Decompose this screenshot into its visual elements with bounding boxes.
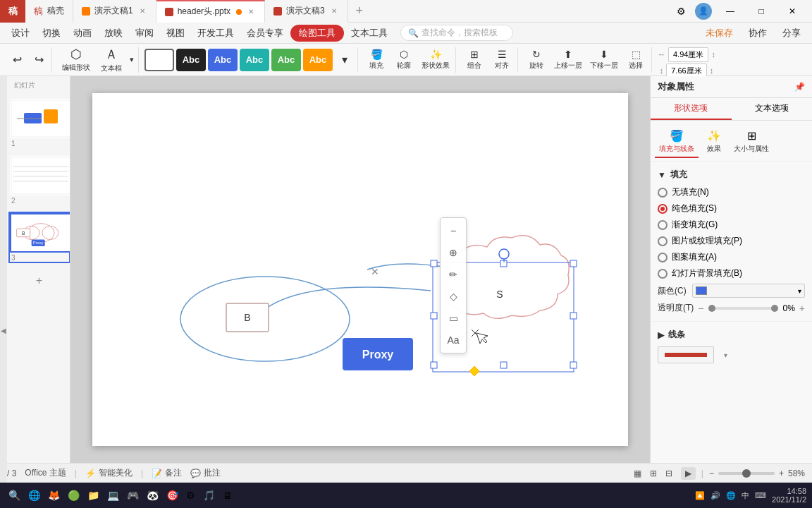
rotate-button[interactable]: ↻ 旋转 — [524, 47, 549, 72]
float-text-button[interactable]: Aa — [443, 330, 463, 350]
line-section-title[interactable]: ▶ 线条 — [658, 329, 805, 341]
fill-option-pattern[interactable]: 图案填充(A) — [658, 251, 805, 263]
notes-button[interactable]: 📝 备注 — [152, 467, 182, 479]
menu-animation[interactable]: 动画 — [68, 24, 97, 42]
fill-option-none[interactable]: 无填充(N) — [658, 186, 805, 198]
menu-developer[interactable]: 开发工具 — [192, 24, 240, 42]
tab-presentation1[interactable]: 演示文稿1 ✕ — [73, 0, 156, 23]
view-table-icon[interactable]: ▦ — [631, 467, 644, 480]
undo-button[interactable]: ↩ — [7, 48, 27, 72]
menu-switch[interactable]: 切换 — [37, 24, 66, 42]
menu-member[interactable]: 会员专享 — [241, 24, 289, 42]
fill-option-solid[interactable]: 纯色填充(S) — [658, 202, 805, 214]
opacity-minus-icon[interactable]: − — [698, 303, 703, 314]
float-minus-button[interactable]: − — [443, 221, 463, 241]
menu-text-tools[interactable]: 文本工具 — [345, 24, 393, 42]
panel-pin-icon[interactable]: 📌 — [794, 82, 805, 92]
menu-collab[interactable]: 协作 — [743, 24, 773, 42]
tab-close-3[interactable]: ✕ — [329, 6, 339, 16]
shape-style-teal[interactable]: Abc — [240, 49, 269, 71]
taskbar-files[interactable]: 📁 — [85, 487, 102, 504]
outline-button[interactable]: ⬡ 轮廓 — [391, 47, 417, 72]
search-bar[interactable]: 🔍 查找命令，搜索模板 — [400, 25, 513, 41]
tray-volume[interactable]: 🔊 — [710, 491, 720, 500]
add-slide-button[interactable]: + — [8, 269, 70, 293]
fill-option-picture[interactable]: 图片或纹理填充(P) — [658, 235, 805, 247]
fill-option-gradient[interactable]: 渐变填充(G) — [658, 219, 805, 231]
shape-style-blue[interactable]: Abc — [208, 49, 238, 71]
tray-keyboard2[interactable]: ⌨ — [755, 491, 766, 500]
fill-option-slide-bg[interactable]: 幻灯片背景填充(B) — [658, 267, 805, 279]
view-list-icon[interactable]: ⊟ — [663, 467, 675, 480]
taskbar-firefox[interactable]: 🦊 — [45, 487, 63, 504]
subtab-size[interactable]: ⊞ 大小与属性 — [730, 126, 773, 158]
color-picker[interactable]: ▾ — [692, 284, 805, 298]
textbox-button[interactable]: Ａ 文本框 — [97, 48, 126, 72]
align-button[interactable]: ☰ 对齐 — [489, 47, 515, 72]
tab-presentation3[interactable]: 演示文稿3 ✕ — [265, 0, 348, 23]
taskbar-panda[interactable]: 🐼 — [144, 487, 161, 504]
width-input[interactable]: 4.94厘米 — [668, 47, 708, 62]
redo-button[interactable]: ↪ — [29, 48, 49, 72]
group-button[interactable]: ⊞ 组合 — [462, 47, 487, 72]
maximize-button[interactable]: □ — [749, 0, 774, 23]
zoom-slider[interactable] — [718, 472, 775, 475]
new-tab-button[interactable]: + — [348, 0, 371, 23]
color-dropdown-icon[interactable]: ▾ — [798, 287, 801, 295]
taskbar-computer[interactable]: 💻 — [104, 487, 122, 504]
canvas-area[interactable]: ✕ B S — [70, 76, 650, 463]
tab-close-1[interactable]: ✕ — [137, 6, 147, 16]
send-backward-button[interactable]: ⬇ 下移一层 — [587, 47, 621, 72]
shape-style-orange[interactable]: Abc — [303, 49, 333, 71]
shape-style-green[interactable]: Abc — [271, 49, 301, 71]
menu-view[interactable]: 视图 — [161, 24, 190, 42]
play-button[interactable]: ▶ — [681, 467, 696, 480]
taskbar-monitor[interactable]: 🖥 — [220, 487, 235, 504]
settings-icon[interactable]: ⚙ — [672, 3, 689, 20]
taskbar-game[interactable]: 🎮 — [124, 487, 142, 504]
menu-design[interactable]: 设计 — [6, 24, 35, 42]
tab-header[interactable]: header头.pptx ✕ — [156, 0, 265, 23]
taskbar-edge[interactable]: 🌐 — [25, 487, 43, 504]
bring-forward-button[interactable]: ⬆ 上移一层 — [551, 47, 585, 72]
menu-playback[interactable]: 放映 — [99, 24, 128, 42]
tab-gaoke[interactable]: 稿 稿壳 — [25, 0, 73, 23]
float-diamond-button[interactable]: ◇ — [443, 286, 463, 306]
fill-section-title[interactable]: ▼ 填充 — [658, 169, 805, 181]
tab-close-2[interactable]: ✕ — [246, 7, 256, 17]
menu-review[interactable]: 审阅 — [130, 24, 159, 42]
editshape-button[interactable]: ⬡ 编辑形状 — [58, 48, 94, 72]
slide-canvas[interactable]: ✕ B S — [92, 93, 628, 446]
taskbar-search[interactable]: 🔍 — [6, 487, 23, 504]
shape-effect-button[interactable]: ✨ 形状效果 — [419, 47, 453, 72]
float-add-button[interactable]: ⊕ — [443, 243, 463, 262]
opacity-slider[interactable] — [708, 307, 779, 310]
minimize-button[interactable]: — — [718, 0, 743, 23]
tray-network[interactable]: 🌐 — [726, 491, 736, 500]
menu-share[interactable]: 分享 — [777, 24, 806, 42]
zoom-minus-button[interactable]: − — [709, 468, 714, 478]
line-color-dropdown-icon[interactable]: ▾ — [724, 351, 727, 359]
slide-thumb-2[interactable]: 2 — [8, 155, 70, 206]
select-button[interactable]: ⬚ 选择 — [623, 47, 648, 72]
subtab-fill-line[interactable]: 🪣 填充与线条 — [655, 126, 699, 158]
close-button[interactable]: ✕ — [780, 0, 805, 23]
menu-unsaved[interactable]: 未保存 — [700, 24, 739, 42]
line-color-picker[interactable] — [658, 346, 714, 363]
slide-thumb-1[interactable]: 1 — [8, 97, 70, 149]
slide-thumb-3[interactable]: B Proxy 3 — [8, 212, 70, 263]
fill-button[interactable]: 🪣 填充 — [364, 47, 389, 72]
taskbar-settings[interactable]: ⚙ — [183, 487, 198, 504]
comments-button[interactable]: 💬 批注 — [190, 467, 221, 479]
zoom-plus-button[interactable]: + — [779, 468, 784, 478]
view-grid-icon[interactable]: ⊞ — [647, 467, 660, 480]
float-edit-button[interactable]: ✏ — [443, 265, 463, 284]
panel-collapse[interactable]: ◀ — [0, 76, 7, 463]
taskbar-target[interactable]: 🎯 — [164, 487, 181, 504]
tray-keyboard[interactable]: 中 — [742, 490, 749, 501]
taskbar-music[interactable]: 🎵 — [200, 487, 218, 504]
props-tab-shape[interactable]: 形状选项 — [651, 98, 732, 120]
opacity-plus-icon[interactable]: + — [799, 303, 805, 314]
menu-draw-tools[interactable]: 绘图工具 — [290, 25, 344, 42]
shape-style-black[interactable]: Abc — [176, 49, 206, 71]
